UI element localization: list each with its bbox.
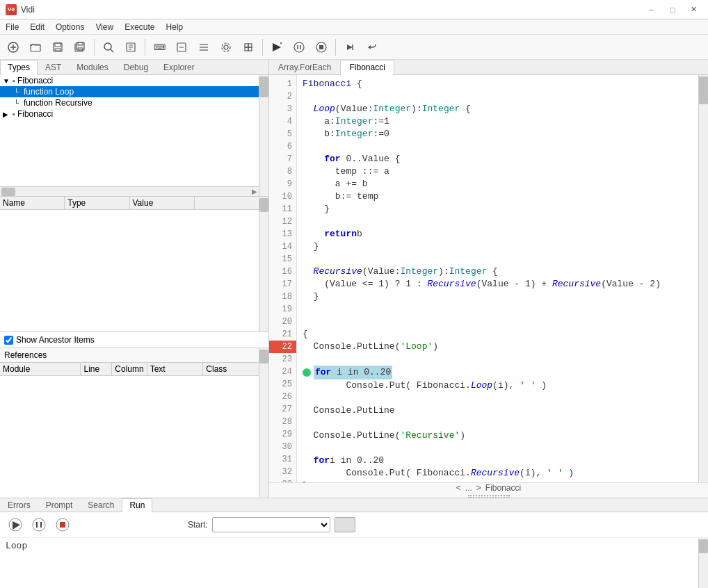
nav-dots[interactable]: ... xyxy=(465,483,472,493)
tree-item-function-loop[interactable]: └ function Loop xyxy=(0,86,259,97)
code-line-24: for i in 0..20 xyxy=(303,366,702,379)
refs-scrollbar-thumb[interactable] xyxy=(259,350,268,364)
checklist-button[interactable] xyxy=(120,37,141,58)
svg-rect-27 xyxy=(248,47,252,51)
tab-run[interactable]: Run xyxy=(122,498,152,512)
stop-button[interactable] xyxy=(311,37,332,58)
ln-8: 8 xyxy=(269,165,296,178)
vars-panel: Name Type Value xyxy=(0,197,268,332)
toolbar: ⌨ xyxy=(0,35,708,60)
minimize-button[interactable]: − xyxy=(643,3,661,16)
tab-ast[interactable]: AST xyxy=(38,60,69,74)
menu-edit[interactable]: Edit xyxy=(24,19,50,34)
scroll-right-arrow[interactable]: ▶ xyxy=(252,188,257,195)
close-button[interactable]: ✕ xyxy=(684,3,702,16)
list-button[interactable] xyxy=(193,37,214,58)
ln-5: 5 xyxy=(269,128,296,140)
toolbar-separator-4 xyxy=(335,39,336,56)
svg-marker-28 xyxy=(273,43,281,51)
vars-scrollbar-v[interactable] xyxy=(259,197,268,332)
gear2-button[interactable] xyxy=(216,37,236,58)
packages-button[interactable] xyxy=(238,37,259,58)
code-line-33: } xyxy=(303,480,702,482)
maximize-button[interactable]: □ xyxy=(663,3,682,16)
tab-explorer[interactable]: Explorer xyxy=(156,60,202,74)
tree-scrollbar-h-thumb[interactable] xyxy=(1,188,15,196)
editor-scrollbar-thumb[interactable] xyxy=(699,76,708,104)
editor-scrollbar-v[interactable] xyxy=(698,75,708,482)
main-area: Types AST Modules Debug Explorer ▼ ▪ Fib… xyxy=(0,60,708,498)
ln-21: 21 xyxy=(269,328,296,341)
vars-col-name: Name xyxy=(0,197,65,209)
menu-bar: File Edit Options View Execute Help xyxy=(0,19,708,35)
editor-tab-arrayforeach[interactable]: Array.ForEach xyxy=(269,60,340,74)
ancestor-checkbox[interactable] xyxy=(4,336,13,345)
menu-execute[interactable]: Execute xyxy=(119,19,160,34)
tab-types[interactable]: Types xyxy=(0,60,38,75)
svg-rect-5 xyxy=(55,43,61,47)
refs-panel: References Module Line Column Text Class xyxy=(0,348,268,498)
tab-search[interactable]: Search xyxy=(80,498,122,512)
ln-29: 29 xyxy=(269,428,296,441)
run-fast-button[interactable] xyxy=(266,37,287,58)
tree-scrollbar-thumb[interactable] xyxy=(259,76,268,97)
run-output-text: Loop xyxy=(6,541,27,551)
ancestor-label: Show Ancestor Items xyxy=(16,335,95,345)
search-button[interactable] xyxy=(98,37,119,58)
editor-area[interactable]: 1 2 3 4 5 6 7 8 9 10 11 12 13 14 15 16 1… xyxy=(269,75,708,482)
tree-item-function-recursive[interactable]: └ function Recursive xyxy=(0,97,259,108)
menu-view[interactable]: View xyxy=(90,19,119,34)
menu-help[interactable]: Help xyxy=(161,19,189,34)
tab-debug[interactable]: Debug xyxy=(116,60,156,74)
tree-arrow: ▼ xyxy=(3,77,13,85)
tree-item-fibonacci-root[interactable]: ▼ ▪ Fibonacci xyxy=(0,75,259,86)
ln-16: 16 xyxy=(269,266,296,278)
run-pause-button[interactable] xyxy=(29,515,49,534)
menu-file[interactable]: File xyxy=(0,19,24,34)
breakpoint-dot xyxy=(303,368,311,377)
new-button[interactable] xyxy=(3,37,24,58)
nav-forward[interactable]: > xyxy=(476,483,481,493)
tab-modules[interactable]: Modules xyxy=(69,60,115,74)
run-toolbar: Start: xyxy=(0,512,708,538)
nav-back[interactable]: < xyxy=(456,483,461,493)
tree-item-fibonacci-2[interactable]: ▶ ▪ Fibonacci xyxy=(0,108,259,120)
toolbar-separator-1 xyxy=(94,39,95,56)
terminal-button[interactable]: ⌨ xyxy=(149,37,170,58)
start-go-button[interactable] xyxy=(335,517,355,532)
ln-27: 27 xyxy=(269,403,296,416)
svg-line-12 xyxy=(111,49,113,52)
svg-point-40 xyxy=(33,518,45,531)
vars-scrollbar-thumb[interactable] xyxy=(259,198,268,212)
run-scrollbar-thumb[interactable] xyxy=(699,539,708,553)
return-button[interactable] xyxy=(362,37,383,58)
run-stop-button[interactable] xyxy=(53,515,72,534)
open-button[interactable] xyxy=(25,37,46,58)
pause-button[interactable] xyxy=(289,37,309,58)
nav-fibonacci: Fibonacci xyxy=(485,483,521,493)
run-output: Loop xyxy=(0,538,708,588)
menu-options[interactable]: Options xyxy=(50,19,90,34)
window-controls: − □ ✕ xyxy=(643,3,702,16)
start-dropdown[interactable] xyxy=(212,517,330,532)
run-run-button[interactable] xyxy=(6,515,25,534)
vars-content xyxy=(0,210,268,332)
tree-icon-folder: ▪ xyxy=(13,76,15,85)
vars-col-extra xyxy=(195,197,259,209)
tab-errors[interactable]: Errors xyxy=(0,498,38,512)
nav-bar: < ... > Fibonacci xyxy=(269,482,708,498)
code-editor[interactable]: Fibonacci { Loop(Value:Integer):Integer … xyxy=(297,75,708,482)
tree-scrollbar-h[interactable]: ▶ xyxy=(0,186,259,196)
refs-scrollbar-v[interactable] xyxy=(259,348,268,498)
tree-scrollbar-v[interactable] xyxy=(259,75,268,196)
code-line-13: return b xyxy=(303,228,702,240)
tab-prompt[interactable]: Prompt xyxy=(38,498,81,512)
code-line-22: Console.PutLine('Loop') xyxy=(303,341,702,353)
module-button[interactable] xyxy=(171,37,192,58)
svg-point-30 xyxy=(294,42,304,52)
step-button[interactable] xyxy=(339,37,360,58)
save-all-button[interactable] xyxy=(70,37,90,58)
editor-tab-fibonacci[interactable]: Fibonacci xyxy=(340,60,394,75)
run-scrollbar-v[interactable] xyxy=(698,538,708,588)
save-button[interactable] xyxy=(47,37,68,58)
